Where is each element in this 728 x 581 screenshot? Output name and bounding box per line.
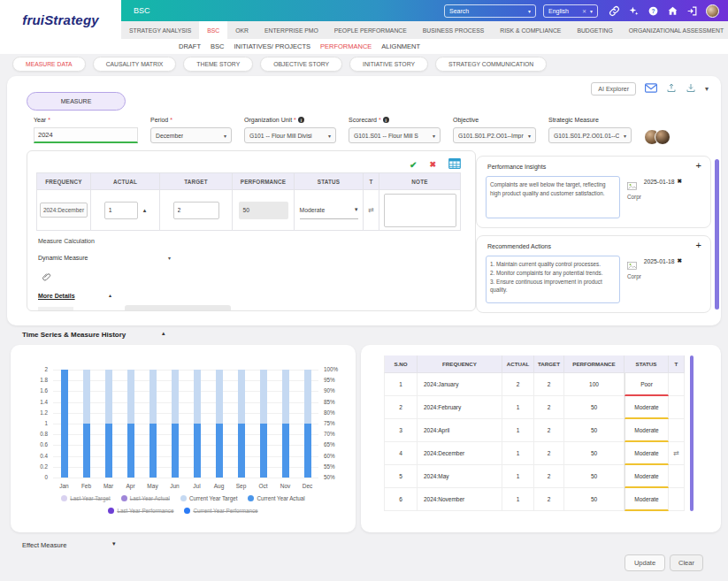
- tab-initiative-story[interactable]: INITIATIVE STORY: [349, 57, 428, 72]
- remove-attachment-icon[interactable]: ✖: [678, 257, 682, 264]
- cancel-icon[interactable]: ✖: [429, 160, 436, 169]
- gridline: [53, 391, 318, 392]
- measure-section-tab[interactable]: MEASURE: [27, 92, 126, 111]
- legend-last-year-performance[interactable]: Last Year Performance: [108, 508, 173, 514]
- sub-tab-alignment[interactable]: ALIGNMENT: [381, 42, 420, 50]
- nav-tab-business-process[interactable]: BUSINESS PROCESS: [415, 21, 493, 39]
- nav-tab-strategy-analysis[interactable]: STRATEGY ANALYSIS: [121, 21, 199, 39]
- upload-icon[interactable]: [666, 80, 677, 96]
- field-label-scorecard: Scorecard*i: [349, 117, 441, 123]
- legend-current-year-actual[interactable]: Current Year Actual: [248, 495, 304, 501]
- chevron-down-icon[interactable]: ▾: [112, 540, 116, 547]
- legend-last-year-actual[interactable]: Last Year Actual: [121, 495, 170, 501]
- tab-objective-story[interactable]: OBJECTIVE STORY: [260, 57, 342, 72]
- help-icon[interactable]: ?: [648, 5, 659, 17]
- clear-button[interactable]: Clear: [670, 554, 703, 571]
- measure-history-card: S.NOFREQUENCYACTUALTARGETPERFORMANCESTAT…: [361, 345, 721, 532]
- ai-explorer-button[interactable]: AI Explorer: [591, 82, 636, 96]
- nav-tab-budgeting[interactable]: BUDGETING: [569, 21, 620, 39]
- update-button[interactable]: Update: [625, 554, 665, 571]
- status-select[interactable]: Moderate▾: [300, 202, 358, 219]
- field-label-text: Strategic Measure: [548, 117, 599, 123]
- tab-strategy-communication[interactable]: STRATEGY COMMUNICATION: [435, 57, 547, 72]
- target-input[interactable]: [173, 202, 219, 219]
- field-label-text: Objective: [453, 117, 479, 123]
- table-row[interactable]: 52024:May1250Moderate: [384, 465, 685, 488]
- language-select[interactable]: English ✕▾: [543, 4, 598, 18]
- year-input[interactable]: [34, 127, 138, 143]
- entry-table: FREQUENCYACTUALTARGETPERFORMANCESTATUSTN…: [36, 172, 461, 231]
- top-bar: BSC Search ▾ English ✕▾ ?: [121, 0, 728, 21]
- nav-tab-enterprise-pmo[interactable]: ENTERPRISE PMO: [257, 21, 326, 39]
- chevron-down-icon[interactable]: ▾: [705, 85, 709, 93]
- clear-icon[interactable]: ✕: [582, 9, 586, 14]
- legend-current-year-performance[interactable]: Current Year Performance: [184, 508, 257, 514]
- nav-tab-organizational-assessment[interactable]: ORGANIZATIONAL ASSESSMENT: [621, 21, 728, 39]
- add-insight-button[interactable]: +: [696, 160, 701, 171]
- tab-causality-matrix[interactable]: CAUSALITY MATRIX: [93, 57, 177, 72]
- swap-icon[interactable]: ⇄: [673, 449, 679, 457]
- table-row[interactable]: 62024:November1250Moderate: [384, 488, 685, 511]
- note-textarea[interactable]: [384, 194, 456, 227]
- info-icon[interactable]: i: [383, 117, 389, 123]
- search-input[interactable]: Search ▾: [444, 4, 536, 18]
- info-icon[interactable]: i: [298, 117, 304, 123]
- sub-tab-bsc[interactable]: BSC: [211, 42, 224, 50]
- table-row[interactable]: 12024:January22100Poor: [384, 373, 685, 396]
- nav-tab-bsc[interactable]: BSC: [199, 21, 227, 39]
- organization-unit-select[interactable]: G101 -- Flour Mill Divisi▾: [244, 127, 336, 143]
- field-organization-unit: Organization Unit*iG101 -- Flour Mill Di…: [244, 117, 336, 143]
- sub-tab-draft[interactable]: DRAFT: [179, 42, 201, 50]
- table-row[interactable]: 32024:April1250Moderate: [384, 419, 685, 442]
- attachment-name[interactable]: Corpr: [627, 194, 641, 200]
- measure-calculation-select[interactable]: Dynamic Measure ▾: [38, 250, 171, 264]
- confirm-icon[interactable]: ✔: [410, 160, 417, 170]
- remove-attachment-icon[interactable]: ✖: [678, 178, 682, 185]
- user-avatar[interactable]: [706, 4, 719, 18]
- swap-icon[interactable]: ⇄: [368, 206, 374, 214]
- tab-measure-data[interactable]: MEASURE DATA: [12, 57, 86, 72]
- link-icon[interactable]: [609, 5, 620, 17]
- period-select[interactable]: December▾: [150, 127, 232, 143]
- legend-last-year-target[interactable]: Last Year Target: [61, 495, 110, 501]
- paperclip-icon[interactable]: [42, 270, 51, 286]
- entry-cell-note: [379, 190, 461, 231]
- home-icon[interactable]: [667, 5, 678, 17]
- avatar[interactable]: [655, 129, 671, 145]
- strategic-measure-select[interactable]: G101.S01.P2.O01.01--C▾: [548, 127, 632, 143]
- nav-tab-people-performance[interactable]: PEOPLE PERFORMANCE: [326, 21, 415, 39]
- attachment-name[interactable]: Corpr: [627, 273, 641, 279]
- logout-icon[interactable]: [686, 5, 698, 17]
- table-row[interactable]: 42024:December1250Moderate⇄: [384, 442, 685, 465]
- collapse-icon[interactable]: ▴: [162, 330, 165, 337]
- insights-textarea[interactable]: Complaints are well below the target, re…: [486, 176, 620, 218]
- scorecard-select[interactable]: G101.S01 -- Flour Mill S▾: [349, 127, 441, 143]
- actions-textarea[interactable]: 1. Maintain current quality control proc…: [486, 256, 620, 303]
- objective-select[interactable]: G101.S01.P2.O01--Impr▾: [453, 127, 536, 143]
- stepper-up-icon[interactable]: ▴: [143, 207, 147, 214]
- y-axis-tick-left: 2: [23, 366, 48, 372]
- nav-tab-okr[interactable]: OKR: [227, 21, 257, 39]
- x-axis-label-jan: Jan: [53, 483, 76, 489]
- mail-icon[interactable]: [645, 80, 657, 96]
- history-scrollbar[interactable]: [690, 355, 694, 511]
- grid-view-icon[interactable]: [448, 157, 461, 172]
- sparkle-icon[interactable]: [628, 5, 640, 17]
- tab-theme-story[interactable]: THEME STORY: [183, 57, 253, 72]
- sub-tab-initiatives-projects[interactable]: INITIATIVES/ PROJECTS: [234, 42, 310, 50]
- chevron-up-icon[interactable]: ▴: [109, 292, 111, 298]
- download-icon[interactable]: [686, 80, 696, 96]
- more-details-link[interactable]: More Details: [38, 293, 75, 299]
- history-cell-actual: 1: [502, 465, 534, 488]
- x-axis-label-nov: Nov: [274, 483, 297, 489]
- sub-tab-performance[interactable]: PERFORMANCE: [320, 42, 372, 50]
- add-action-button[interactable]: +: [696, 240, 701, 250]
- actual-input[interactable]: [104, 202, 138, 219]
- entry-cell-actual: ▴: [91, 190, 160, 231]
- nav-tab-risk-compliance[interactable]: RISK & COMPLIANCE: [492, 21, 569, 39]
- measure-calculation-value: Dynamic Measure: [38, 255, 88, 261]
- chevron-down-icon: ▾: [590, 9, 593, 14]
- insights-scrollbar[interactable]: [715, 159, 719, 310]
- legend-current-year-target[interactable]: Current Year Target: [180, 495, 238, 501]
- table-row[interactable]: 22024:February1250Moderate: [384, 396, 685, 419]
